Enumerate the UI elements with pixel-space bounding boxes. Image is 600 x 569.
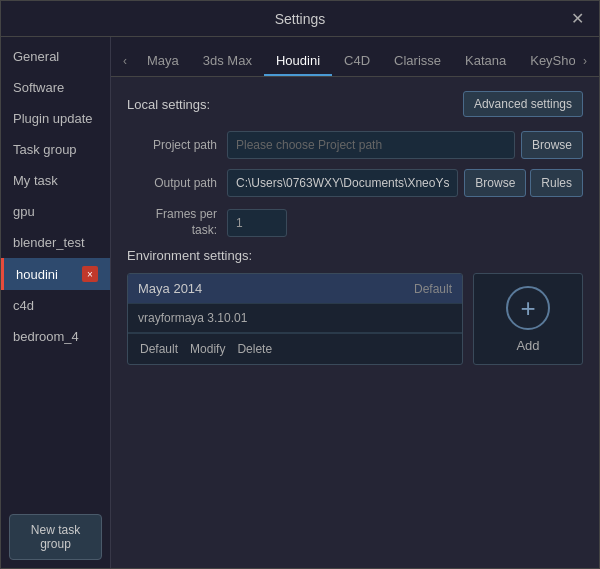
tab-katana[interactable]: Katana bbox=[453, 47, 518, 76]
tab-maya[interactable]: Maya bbox=[135, 47, 191, 76]
project-browse-group: Browse bbox=[521, 131, 583, 159]
env-item-name-maya: Maya 2014 bbox=[138, 281, 202, 296]
project-path-label: Project path bbox=[127, 138, 227, 152]
settings-window: Settings ✕ General Software Plugin updat… bbox=[0, 0, 600, 569]
env-list-panel: Maya 2014 Default vrayformaya 3.10.01 De… bbox=[127, 273, 463, 365]
tab-houdini[interactable]: Houdini bbox=[264, 47, 332, 76]
sidebar-item-blender-test[interactable]: blender_test bbox=[1, 227, 110, 258]
title-bar: Settings ✕ bbox=[1, 1, 599, 37]
tab-prev-button[interactable]: ‹ bbox=[115, 46, 135, 76]
tab-keyshot[interactable]: KeyShot bbox=[518, 47, 575, 76]
rules-button[interactable]: Rules bbox=[530, 169, 583, 197]
sidebar-item-software[interactable]: Software bbox=[1, 72, 110, 103]
frames-per-task-label: Frames per task: bbox=[127, 207, 227, 238]
env-list-item-vray[interactable]: vrayformaya 3.10.01 bbox=[128, 304, 462, 333]
env-list-footer: Default Modify Delete bbox=[128, 333, 462, 364]
settings-content: Local settings: Advanced settings Projec… bbox=[111, 77, 599, 568]
sidebar-spacer bbox=[1, 352, 110, 506]
frames-per-task-input[interactable] bbox=[227, 209, 287, 237]
sidebar-item-task-group[interactable]: Task group bbox=[1, 134, 110, 165]
sidebar-item-plugin-update[interactable]: Plugin update bbox=[1, 103, 110, 134]
output-path-label: Output path bbox=[127, 176, 227, 190]
output-browse-button[interactable]: Browse bbox=[464, 169, 526, 197]
env-item-tag-maya: Default bbox=[414, 282, 452, 296]
sidebar-item-houdini[interactable]: houdini × bbox=[1, 258, 110, 290]
local-settings-header: Local settings: Advanced settings bbox=[127, 91, 583, 117]
close-button[interactable]: ✕ bbox=[565, 7, 589, 31]
project-path-input[interactable] bbox=[227, 131, 515, 159]
env-delete-button[interactable]: Delete bbox=[233, 340, 276, 358]
sidebar-item-general[interactable]: General bbox=[1, 41, 110, 72]
tab-clarisse[interactable]: Clarisse bbox=[382, 47, 453, 76]
env-grid: Maya 2014 Default vrayformaya 3.10.01 De… bbox=[127, 273, 583, 365]
houdini-close-badge[interactable]: × bbox=[82, 266, 98, 282]
content-area: General Software Plugin update Task grou… bbox=[1, 37, 599, 568]
output-path-input[interactable] bbox=[227, 169, 458, 197]
local-settings-label: Local settings: bbox=[127, 97, 210, 112]
frames-per-task-row: Frames per task: bbox=[127, 207, 583, 238]
add-circle-icon: + bbox=[506, 286, 550, 330]
sidebar: General Software Plugin update Task grou… bbox=[1, 37, 111, 568]
project-browse-button[interactable]: Browse bbox=[521, 131, 583, 159]
sidebar-item-bedroom4[interactable]: bedroom_4 bbox=[1, 321, 110, 352]
main-panel: ‹ Maya 3ds Max Houdini C4D Clarisse Kata… bbox=[111, 37, 599, 568]
tab-next-button[interactable]: › bbox=[575, 46, 595, 76]
env-list-item-maya[interactable]: Maya 2014 Default bbox=[128, 274, 462, 304]
new-task-group-button[interactable]: New task group bbox=[9, 514, 102, 560]
env-modify-button[interactable]: Modify bbox=[186, 340, 229, 358]
env-default-button[interactable]: Default bbox=[136, 340, 182, 358]
tab-c4d[interactable]: C4D bbox=[332, 47, 382, 76]
env-settings-label: Environment settings: bbox=[127, 248, 583, 263]
sidebar-item-my-task[interactable]: My task bbox=[1, 165, 110, 196]
output-btn-group: Browse Rules bbox=[464, 169, 583, 197]
tab-3dsmax[interactable]: 3ds Max bbox=[191, 47, 264, 76]
advanced-settings-button[interactable]: Advanced settings bbox=[463, 91, 583, 117]
project-path-row: Project path Browse bbox=[127, 131, 583, 159]
output-path-row: Output path Browse Rules bbox=[127, 169, 583, 197]
add-label: Add bbox=[516, 338, 539, 353]
sidebar-item-c4d[interactable]: c4d bbox=[1, 290, 110, 321]
tabs-container: Maya 3ds Max Houdini C4D Clarisse Katana… bbox=[135, 47, 575, 76]
env-add-panel[interactable]: + Add bbox=[473, 273, 583, 365]
tab-bar: ‹ Maya 3ds Max Houdini C4D Clarisse Kata… bbox=[111, 37, 599, 77]
sidebar-item-gpu[interactable]: gpu bbox=[1, 196, 110, 227]
window-title: Settings bbox=[275, 11, 326, 27]
